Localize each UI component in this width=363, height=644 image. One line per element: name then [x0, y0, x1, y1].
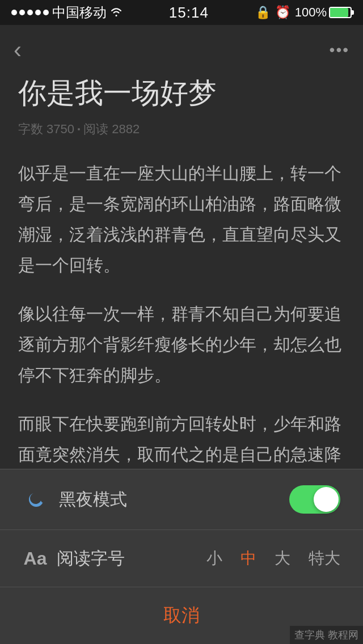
article-title: 你是我一场好梦	[18, 75, 345, 112]
status-right: 🔒 ⏰ 100%	[255, 5, 352, 20]
night-mode-row: 黑夜模式	[0, 469, 363, 530]
alarm-icon: ⏰	[275, 5, 290, 20]
font-option-xlarge[interactable]: 特大	[309, 548, 340, 569]
night-mode-label: 黑夜模式	[59, 488, 289, 511]
toggle-knob	[314, 487, 339, 512]
signal-dots	[11, 10, 49, 15]
meta-separator	[78, 128, 80, 130]
battery-percent: 100%	[295, 5, 327, 20]
font-options: 小 中 大 特大	[206, 548, 340, 569]
para-1: 似乎是一直在一座大山的半山腰上，转一个弯后，是一条宽阔的环山柏油路，路面略微潮湿…	[18, 158, 345, 281]
cancel-button[interactable]: 取消	[163, 603, 200, 628]
night-mode-toggle[interactable]	[289, 485, 340, 514]
status-bar: 中国移动 15:14 🔒 ⏰ 100%	[0, 0, 363, 25]
article-meta: 字数 3750 阅读 2882	[18, 121, 345, 138]
battery-fill	[330, 8, 348, 17]
carrier-label: 中国移动	[52, 3, 107, 22]
font-option-medium[interactable]: 中	[240, 548, 256, 569]
content-area: 你是我一场好梦 字数 3750 阅读 2882 似乎是一直在一座大山的半山腰上，…	[0, 75, 363, 519]
font-size-row: Aa 阅读字号 小 中 大 特大	[0, 530, 363, 587]
watermark: 查字典 教程网	[290, 626, 363, 644]
nav-bar: ‹ •••	[0, 25, 363, 75]
read-count: 阅读 2882	[83, 121, 140, 138]
bottom-panel: 黑夜模式 Aa 阅读字号 小 中 大 特大 取消	[0, 469, 363, 644]
font-icon-text: Aa	[24, 548, 47, 569]
font-option-large[interactable]: 大	[275, 548, 290, 569]
back-button[interactable]: ‹	[14, 38, 22, 62]
time-display: 15:14	[169, 4, 209, 22]
font-icon: Aa	[23, 546, 48, 571]
font-size-label: 阅读字号	[57, 547, 206, 570]
article-body: 似乎是一直在一座大山的半山腰上，转一个弯后，是一条宽阔的环山柏油路，路面略微潮湿…	[18, 158, 345, 501]
more-button[interactable]: •••	[330, 41, 349, 59]
moon-icon	[23, 487, 48, 512]
status-left: 中国移动	[11, 3, 123, 22]
font-option-small[interactable]: 小	[206, 548, 222, 569]
battery-container: 100%	[295, 5, 352, 20]
para-2: 像以往每一次一样，群青不知自己为何要追逐前方那个背影纤瘦修长的少年，却怎么也停不…	[18, 299, 345, 391]
battery-icon	[329, 7, 352, 18]
word-count: 字数 3750	[18, 121, 74, 138]
lock-icon: 🔒	[255, 5, 271, 20]
wifi-icon	[110, 5, 123, 20]
